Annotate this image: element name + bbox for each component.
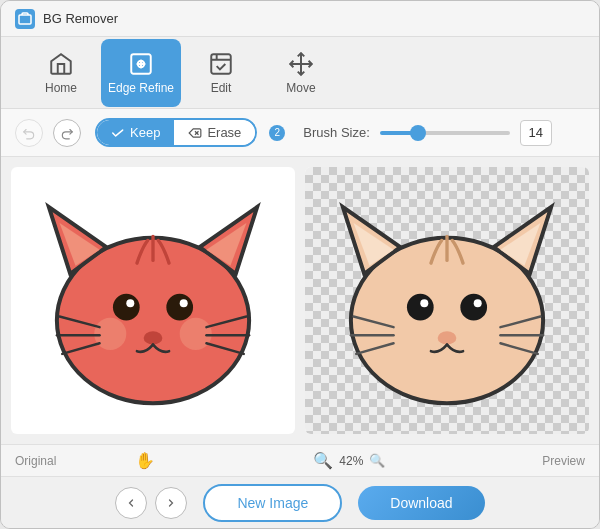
svg-point-32 bbox=[420, 299, 428, 307]
preview-label: Preview bbox=[542, 454, 585, 468]
svg-point-13 bbox=[166, 294, 193, 321]
toolbar-item-move[interactable]: Move bbox=[261, 39, 341, 107]
app-title: BG Remover bbox=[43, 11, 118, 26]
svg-point-33 bbox=[474, 299, 482, 307]
toolbar-edge-refine-label: Edge Refine bbox=[108, 81, 174, 95]
download-label: Download bbox=[390, 495, 452, 511]
brush-size-value: 14 bbox=[520, 120, 552, 146]
zoom-in-icon[interactable]: 🔍 bbox=[313, 451, 333, 470]
preview-image-panel bbox=[305, 167, 589, 434]
prev-button[interactable] bbox=[115, 487, 147, 519]
bottom-bar: Original ✋ 🔍 42% 🔍 Preview bbox=[1, 444, 599, 476]
next-button[interactable] bbox=[155, 487, 187, 519]
brush-size-slider[interactable] bbox=[380, 131, 510, 135]
redo-button[interactable] bbox=[53, 119, 81, 147]
toolbar-move-label: Move bbox=[286, 81, 315, 95]
erase-button[interactable]: Erase bbox=[174, 120, 255, 145]
hand-icon[interactable]: ✋ bbox=[135, 451, 155, 470]
controls-bar: Keep Erase 2 Brush Size: 14 bbox=[1, 109, 599, 157]
erase-label: Erase bbox=[207, 125, 241, 140]
app-icon bbox=[15, 9, 35, 29]
original-label: Original bbox=[15, 454, 56, 468]
svg-rect-0 bbox=[19, 15, 31, 24]
svg-point-30 bbox=[407, 294, 434, 321]
new-image-label: New Image bbox=[237, 495, 308, 511]
keep-label: Keep bbox=[130, 125, 160, 140]
svg-point-15 bbox=[180, 299, 188, 307]
svg-point-14 bbox=[126, 299, 134, 307]
svg-point-18 bbox=[180, 318, 212, 350]
svg-point-34 bbox=[438, 331, 457, 344]
footer: New Image Download bbox=[1, 476, 599, 528]
toolbar-item-edit[interactable]: Edit bbox=[181, 39, 261, 107]
svg-point-31 bbox=[460, 294, 487, 321]
new-image-button[interactable]: New Image bbox=[203, 484, 342, 522]
app-window: BG Remover Home Edge Refine bbox=[0, 0, 600, 529]
keep-erase-group: Keep Erase bbox=[95, 118, 257, 147]
zoom-controls: 🔍 42% 🔍 bbox=[313, 451, 385, 470]
svg-point-16 bbox=[144, 331, 163, 344]
title-bar: BG Remover bbox=[1, 1, 599, 37]
badge: 2 bbox=[269, 125, 285, 141]
zoom-percent: 42% bbox=[339, 454, 363, 468]
brush-size-label: Brush Size: bbox=[303, 125, 369, 140]
toolbar-edit-label: Edit bbox=[211, 81, 232, 95]
toolbar-item-home[interactable]: Home bbox=[21, 39, 101, 107]
zoom-out-icon[interactable]: 🔍 bbox=[369, 453, 385, 468]
toolbar-item-edge-refine[interactable]: Edge Refine bbox=[101, 39, 181, 107]
preview-cat-image bbox=[305, 167, 589, 434]
original-image-panel bbox=[11, 167, 295, 434]
original-cat-image bbox=[11, 167, 295, 434]
svg-point-12 bbox=[113, 294, 140, 321]
keep-button[interactable]: Keep bbox=[97, 120, 174, 145]
undo-button[interactable] bbox=[15, 119, 43, 147]
main-content bbox=[1, 157, 599, 444]
download-button[interactable]: Download bbox=[358, 486, 484, 520]
toolbar: Home Edge Refine Edit Move bbox=[1, 37, 599, 109]
toolbar-home-label: Home bbox=[45, 81, 77, 95]
svg-rect-3 bbox=[211, 54, 231, 74]
footer-nav bbox=[115, 487, 187, 519]
svg-point-17 bbox=[94, 318, 126, 350]
